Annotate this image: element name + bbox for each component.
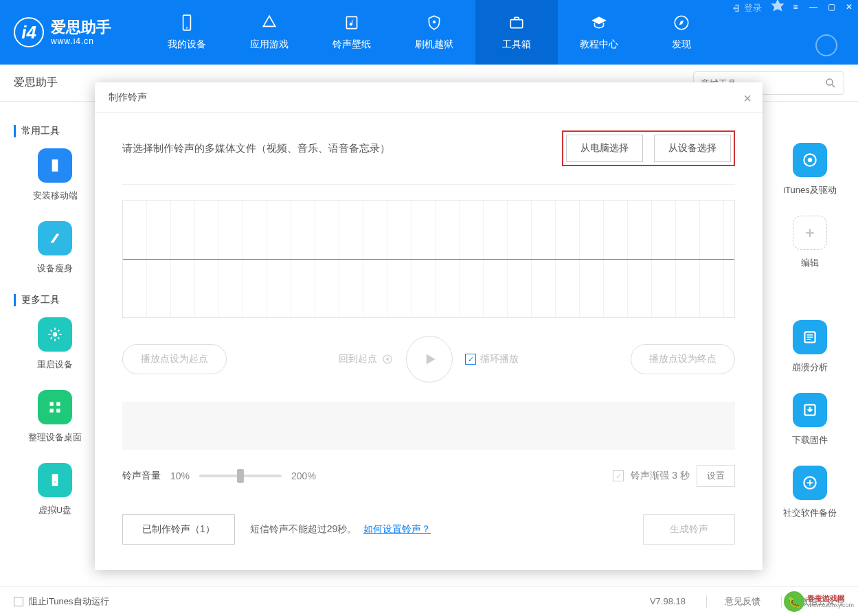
volume-label: 铃声音量: [122, 470, 161, 482]
menu-button[interactable]: ≡: [787, 0, 804, 14]
feedback-link[interactable]: 意见反馈: [706, 595, 760, 608]
nav-tutorials[interactable]: 教程中心: [558, 0, 640, 65]
svg-rect-9: [56, 402, 60, 405]
checkbox-icon: ✓: [465, 354, 476, 365]
block-itunes-checkbox[interactable]: 阻止iTunes自动运行: [14, 595, 109, 608]
fade-settings-button[interactable]: 设置: [697, 465, 735, 487]
select-from-computer-button[interactable]: 从电脑选择: [566, 135, 643, 162]
set-end-point-button[interactable]: 播放点设为终点: [631, 344, 735, 374]
section-common-tools: 常用工具: [14, 125, 103, 137]
window-controls: ≡ — ▢ ✕: [769, 0, 858, 14]
svg-rect-12: [52, 474, 58, 486]
shield-icon: [425, 14, 443, 32]
ringtone-maker-modal: 制作铃声 × 请选择制作铃声的多媒体文件（视频、音乐、语音备忘录） 从电脑选择 …: [95, 82, 763, 570]
compass-icon: [673, 14, 690, 32]
select-file-prompt: 请选择制作铃声的多媒体文件（视频、音乐、语音备忘录）: [122, 142, 390, 155]
logo-icon: i4: [14, 17, 44, 47]
pin-button[interactable]: [769, 0, 787, 14]
highlighted-select-buttons: 从电脑选择 从设备选择: [562, 130, 735, 166]
logo-cn: 爱思助手: [51, 19, 111, 36]
download-manager-button[interactable]: [815, 34, 837, 56]
tool-crash-analysis[interactable]: 崩溃分析: [769, 320, 851, 374]
rewind-icon: [381, 353, 394, 365]
appstore-icon: [260, 14, 278, 32]
tool-restart-device[interactable]: 重启设备: [7, 317, 103, 371]
svg-rect-10: [49, 409, 53, 412]
maximize-button[interactable]: ▢: [822, 0, 840, 14]
volume-min: 10%: [170, 470, 190, 481]
generate-ringtone-button[interactable]: 生成铃声: [643, 514, 735, 545]
tool-itunes-driver[interactable]: iTunes及驱动: [769, 143, 851, 196]
tool-device-slim[interactable]: 设备瘦身: [7, 221, 103, 275]
nav-toolbox[interactable]: 工具箱: [475, 0, 558, 65]
version-label: V7.98.18: [650, 596, 686, 606]
section-more-tools: 更多工具: [14, 294, 103, 306]
how-to-set-ringtone-link[interactable]: 如何设置铃声？: [363, 523, 431, 534]
close-button[interactable]: ✕: [840, 0, 858, 14]
subheader-title: 爱思助手: [14, 76, 58, 90]
made-ringtones-button[interactable]: 已制作铃声（1）: [122, 514, 235, 545]
modal-close-button[interactable]: ×: [743, 91, 752, 106]
nav-my-device[interactable]: 我的设备: [146, 0, 228, 65]
svg-point-7: [53, 332, 58, 337]
logo-en: www.i4.cn: [51, 36, 111, 46]
loop-play-checkbox[interactable]: ✓ 循环播放: [465, 353, 519, 365]
fade-in-label: 铃声渐强 3 秒: [631, 470, 690, 482]
watermark: 🐛 春蚕游戏网 www.czchxy.com: [784, 591, 854, 612]
sms-note: 短信铃声不能超过29秒。 如何设置铃声？: [250, 523, 431, 536]
tool-social-backup[interactable]: 社交软件备份: [769, 466, 851, 519]
volume-max: 200%: [291, 470, 316, 481]
tool-edit[interactable]: + 编辑: [769, 216, 851, 269]
modal-title: 制作铃声: [109, 91, 147, 104]
tool-virtual-udisk[interactable]: 虚拟U盘: [7, 463, 103, 516]
nav-discover[interactable]: 发现: [640, 0, 723, 65]
minimize-button[interactable]: —: [804, 0, 822, 14]
watermark-icon: 🐛: [784, 591, 804, 612]
phone-icon: [178, 14, 196, 32]
login-link[interactable]: 登录: [732, 2, 762, 14]
back-to-start-button[interactable]: 回到起点: [339, 353, 394, 365]
main-nav: 我的设备 应用游戏 铃声壁纸 刷机越狱 工具箱 教程中心 发现: [146, 0, 723, 65]
play-icon: [420, 350, 438, 368]
svg-point-14: [808, 158, 813, 163]
tool-arrange-desktop[interactable]: 整理设备桌面: [7, 390, 103, 444]
set-start-point-button[interactable]: 播放点设为起点: [122, 344, 227, 374]
svg-point-3: [433, 21, 436, 23]
right-tools-column: iTunes及驱动 + 编辑 崩溃分析 下载固件 社交软件备份: [769, 143, 851, 538]
footer: 阻止iTunes自动运行 V7.98.18 意见反馈 微信公众号: [0, 586, 858, 616]
toolbox-icon: [508, 14, 526, 32]
nav-app-games[interactable]: 应用游戏: [228, 0, 311, 65]
modal-header: 制作铃声 ×: [95, 82, 763, 113]
svg-rect-4: [510, 20, 522, 28]
search-icon: [824, 77, 837, 89]
svg-rect-8: [49, 402, 53, 405]
waveform-area[interactable]: [122, 200, 735, 318]
volume-slider[interactable]: [199, 475, 282, 477]
svg-rect-11: [56, 409, 60, 412]
plus-icon: +: [793, 216, 827, 250]
logo: i4 爱思助手 www.i4.cn: [0, 17, 125, 47]
graduation-icon: [590, 14, 608, 32]
svg-point-6: [826, 79, 833, 85]
nav-flash-jailbreak[interactable]: 刷机越狱: [393, 0, 475, 65]
tool-download-firmware[interactable]: 下载固件: [769, 393, 851, 446]
timeline-area[interactable]: [122, 402, 735, 450]
svg-point-1: [186, 27, 188, 29]
play-button[interactable]: [406, 336, 453, 383]
checkbox-empty-icon: [14, 597, 23, 606]
tool-install-mobile[interactable]: 安装移动端: [7, 148, 103, 202]
fade-in-checkbox[interactable]: ✓: [613, 470, 624, 481]
login-label: 登录: [744, 2, 762, 14]
nav-ringtone-wallpaper[interactable]: 铃声壁纸: [311, 0, 393, 65]
titlebar: ≡ — ▢ ✕ 登录 i4 爱思助手 www.i4.cn 我的设备 应用游戏 铃…: [0, 0, 858, 65]
left-tools-column: 常用工具 安装移动端 设备瘦身 更多工具 重启设备 整理设备桌面 虚拟U盘: [0, 102, 110, 549]
select-from-device-button[interactable]: 从设备选择: [654, 135, 731, 162]
music-icon: [343, 14, 361, 32]
